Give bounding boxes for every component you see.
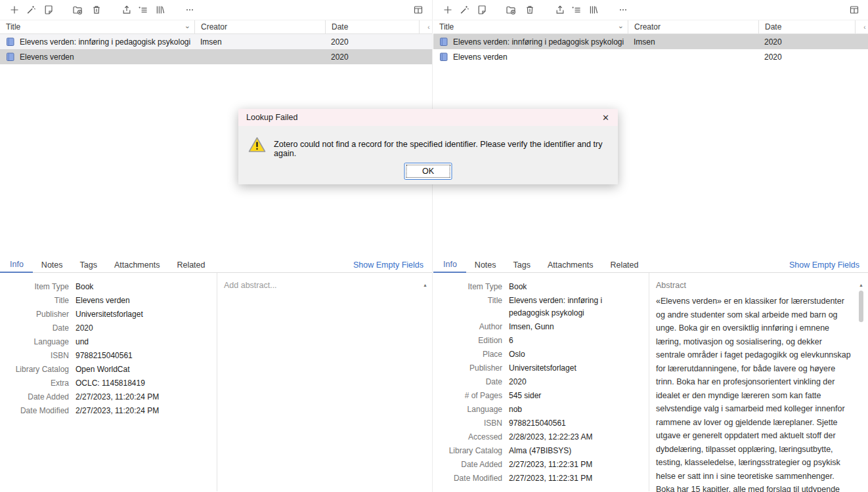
- tab-tags[interactable]: Tags: [505, 257, 539, 272]
- table-row[interactable]: Elevens verden 2020: [433, 49, 868, 64]
- more-options-icon[interactable]: [617, 4, 629, 16]
- close-icon[interactable]: ✕: [599, 112, 612, 124]
- column-picker-icon[interactable]: [412, 4, 424, 16]
- column-picker-icon[interactable]: [848, 4, 860, 16]
- field-value[interactable]: 2020: [76, 322, 217, 335]
- field-value[interactable]: 6: [509, 335, 649, 347]
- tab-notes[interactable]: Notes: [33, 257, 72, 272]
- add-by-identifier-icon[interactable]: [25, 4, 37, 16]
- field-row: # of Pages545 sider: [433, 390, 649, 402]
- field-value[interactable]: 2/27/2023, 11:20:24 PM: [76, 391, 217, 403]
- field-value[interactable]: Alma (47BIBSYS): [509, 445, 649, 457]
- info-content: Item TypeBook TitleElevens verden: innfø…: [433, 273, 868, 491]
- field-row: Date Added2/27/2023, 11:22:31 PM: [433, 459, 649, 471]
- tab-tags[interactable]: Tags: [72, 257, 106, 272]
- field-row: Date2020: [0, 322, 217, 335]
- scrollbar-thumb[interactable]: [859, 291, 863, 322]
- tab-notes[interactable]: Notes: [466, 257, 505, 272]
- field-value[interactable]: 2/27/2023, 11:20:24 PM: [76, 405, 217, 417]
- new-collection-icon[interactable]: [72, 4, 83, 16]
- field-value[interactable]: 2/27/2023, 11:22:31 PM: [509, 459, 649, 471]
- new-item-icon[interactable]: [442, 4, 454, 16]
- field-value[interactable]: und: [76, 336, 217, 348]
- field-value[interactable]: Oslo: [509, 348, 649, 361]
- field-row: TitleElevens verden: [0, 295, 217, 307]
- field-value[interactable]: OCLC: 1145818419: [76, 377, 217, 390]
- column-header-date[interactable]: Date: [325, 20, 419, 33]
- tab-info[interactable]: Info: [433, 257, 466, 273]
- scroll-up-icon[interactable]: ▲: [859, 281, 863, 289]
- field-row: Date Modified2/27/2023, 11:20:24 PM: [0, 405, 217, 417]
- notes-list-icon[interactable]: [571, 4, 582, 16]
- more-options-icon[interactable]: [184, 4, 196, 16]
- show-empty-fields-link[interactable]: Show Empty Fields: [789, 257, 859, 272]
- field-row: Languagenob: [433, 403, 649, 416]
- table-row[interactable]: Elevens verden 2020: [0, 49, 432, 64]
- tab-info[interactable]: Info: [0, 257, 33, 273]
- table-header: Title ⌄ Creator Date ‹: [433, 20, 868, 34]
- field-value[interactable]: Book: [76, 281, 217, 293]
- field-value[interactable]: 545 sider: [509, 390, 649, 402]
- column-header-creator[interactable]: Creator: [628, 20, 758, 33]
- column-title-label: Title: [439, 22, 454, 31]
- table-row[interactable]: Elevens verden: innføring i pedagogisk p…: [0, 34, 432, 49]
- column-header-title[interactable]: Title ⌄: [0, 20, 194, 33]
- book-icon: [6, 37, 14, 46]
- library-icon[interactable]: [154, 4, 166, 16]
- export-icon[interactable]: [554, 4, 566, 16]
- tab-attachments[interactable]: Attachments: [539, 257, 601, 272]
- abstract-text[interactable]: «Elevens verden» er en klassiker for lær…: [656, 295, 852, 492]
- item-details-pane-right: Info Notes Tags Attachments Related Show…: [433, 257, 868, 492]
- book-icon: [6, 52, 14, 61]
- export-icon[interactable]: [121, 4, 133, 16]
- new-item-icon[interactable]: [9, 4, 20, 16]
- column-header-creator[interactable]: Creator: [194, 20, 325, 33]
- sort-chevron-down-icon: ⌄: [184, 23, 190, 28]
- column-header-date[interactable]: Date: [758, 20, 855, 33]
- ok-button[interactable]: OK: [404, 163, 452, 180]
- field-value[interactable]: Elevens verden: innføring i pedagogisk p…: [509, 295, 649, 319]
- field-row: ExtraOCLC: 1145818419: [0, 377, 217, 390]
- scroll-up-icon[interactable]: ▲: [423, 281, 427, 289]
- table-row[interactable]: Elevens verden: innføring i pedagogisk p…: [433, 34, 868, 49]
- scrollbar: ▲: [857, 281, 865, 491]
- field-value[interactable]: Universitetsforlaget: [509, 362, 649, 375]
- field-value[interactable]: 2020: [509, 376, 649, 388]
- field-value[interactable]: Elevens verden: [76, 295, 217, 307]
- show-empty-fields-link[interactable]: Show Empty Fields: [353, 257, 423, 272]
- library-icon[interactable]: [588, 4, 599, 16]
- tab-related[interactable]: Related: [168, 257, 213, 272]
- fields-list: Item TypeBook TitleElevens verden: innfø…: [433, 273, 649, 491]
- item-tabs: Info Notes Tags Attachments Related Show…: [0, 257, 432, 273]
- abstract-section: Abstract «Elevens verden» er en klassike…: [649, 273, 868, 491]
- abstract-placeholder[interactable]: Add abstract...: [224, 281, 416, 290]
- add-by-identifier-icon[interactable]: [458, 4, 470, 16]
- field-value[interactable]: nob: [509, 403, 649, 416]
- field-value[interactable]: 9788215040561: [509, 417, 649, 430]
- field-row: Date Added2/27/2023, 11:20:24 PM: [0, 391, 217, 403]
- column-header-title[interactable]: Title ⌄: [433, 20, 628, 33]
- field-value[interactable]: Imsen, Gunn: [509, 321, 649, 333]
- trash-icon[interactable]: [524, 4, 536, 16]
- field-value[interactable]: Open WorldCat: [76, 363, 217, 376]
- new-note-icon[interactable]: [43, 4, 54, 16]
- tab-related[interactable]: Related: [601, 257, 647, 272]
- tab-attachments[interactable]: Attachments: [106, 257, 168, 272]
- pane-collapse-icon[interactable]: ‹: [855, 20, 868, 33]
- field-value[interactable]: 2/27/2023, 11:22:31 PM: [509, 472, 649, 485]
- trash-icon[interactable]: [91, 4, 102, 16]
- field-row: PublisherUniversitetsforlaget: [433, 362, 649, 375]
- field-row: Item TypeBook: [433, 281, 649, 293]
- dialog-message: Zotero could not find a record for the s…: [274, 140, 609, 158]
- field-value[interactable]: 2/28/2023, 12:22:23 AM: [509, 431, 649, 443]
- pane-collapse-icon[interactable]: ‹: [419, 20, 432, 33]
- lookup-failed-dialog: Lookup Failed ✕ Zotero could not find a …: [238, 109, 618, 184]
- new-note-icon[interactable]: [476, 4, 488, 16]
- toolbar-right: [433, 0, 868, 20]
- new-collection-icon[interactable]: [505, 4, 517, 16]
- field-value[interactable]: 9788215040561: [76, 350, 217, 362]
- field-row: Library CatalogOpen WorldCat: [0, 363, 217, 376]
- notes-list-icon[interactable]: [137, 4, 149, 16]
- field-value[interactable]: Book: [509, 281, 649, 293]
- field-value[interactable]: Universitetsforlaget: [76, 308, 217, 321]
